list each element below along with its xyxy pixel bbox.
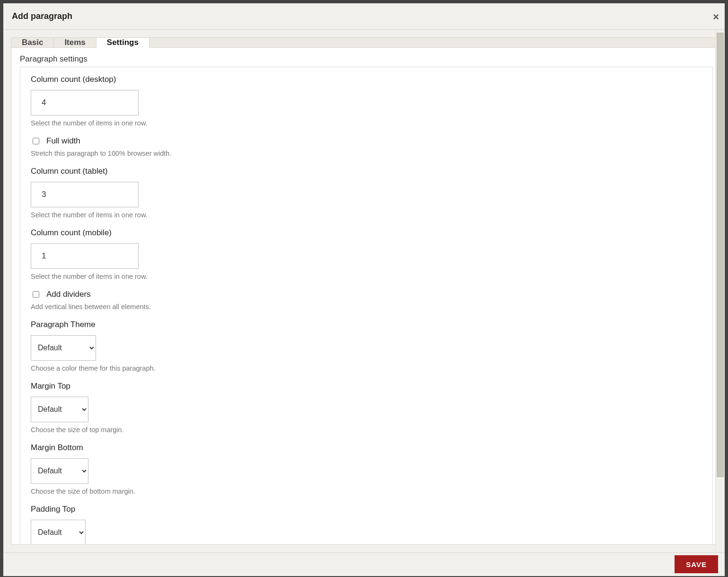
label-column-count-desktop: Column count (desktop) — [31, 75, 702, 84]
scrollbar-track[interactable] — [716, 33, 725, 550]
tab-bar: Basic Items Settings — [11, 38, 721, 48]
help-margin-top: Choose the size of top margin. — [31, 426, 702, 434]
scrollbar[interactable]: ▲ ▼ — [715, 30, 725, 552]
help-column-count-desktop: Select the number of items in one row. — [31, 119, 702, 127]
help-margin-bottom: Choose the size of bottom margin. — [31, 488, 702, 495]
label-column-count-tablet: Column count (tablet) — [31, 167, 702, 176]
label-add-dividers: Add dividers — [46, 290, 91, 299]
select-paragraph-theme[interactable]: Default — [31, 335, 96, 361]
checkbox-add-dividers[interactable] — [33, 291, 39, 298]
label-padding-top: Padding Top — [31, 505, 702, 514]
select-margin-bottom[interactable]: Default — [31, 458, 88, 484]
input-column-count-mobile[interactable] — [31, 243, 139, 269]
help-add-dividers: Add vertical lines between all elements. — [31, 303, 702, 311]
tab-basic[interactable]: Basic — [11, 38, 54, 47]
checkbox-full-width[interactable] — [33, 138, 39, 144]
checkbox-row-full-width[interactable]: Full width — [31, 136, 702, 146]
label-paragraph-theme: Paragraph Theme — [31, 320, 702, 329]
settings-fieldset: Column count (desktop) Select the number… — [20, 67, 713, 545]
checkbox-row-add-dividers[interactable]: Add dividers — [31, 290, 702, 299]
scrollbar-thumb[interactable] — [717, 33, 724, 477]
label-margin-top: Margin Top — [31, 382, 702, 391]
section-title: Paragraph settings — [11, 48, 721, 67]
save-button[interactable]: SAVE — [675, 555, 718, 573]
tab-panel: Basic Items Settings Paragraph settings … — [11, 37, 722, 545]
field-add-dividers: Add dividers Add vertical lines between … — [31, 290, 702, 311]
tab-items[interactable]: Items — [54, 38, 96, 47]
close-icon[interactable]: × — [713, 12, 719, 22]
field-margin-top: Margin Top Default Choose the size of to… — [31, 382, 702, 434]
field-full-width: Full width Stretch this paragraph to 100… — [31, 136, 702, 157]
select-margin-top[interactable]: Default — [31, 397, 88, 422]
tab-settings[interactable]: Settings — [96, 38, 149, 48]
scrollbar-down-icon[interactable]: ▼ — [716, 550, 725, 552]
help-paragraph-theme: Choose a color theme for this paragraph. — [31, 364, 702, 372]
dialog-body: Basic Items Settings Paragraph settings … — [3, 30, 725, 552]
label-full-width: Full width — [46, 136, 80, 146]
dialog-add-paragraph: Add paragraph × Basic Items Settings Par… — [3, 3, 725, 577]
help-full-width: Stretch this paragraph to 100% browser w… — [31, 150, 702, 157]
field-paragraph-theme: Paragraph Theme Default Choose a color t… — [31, 320, 702, 372]
label-margin-bottom: Margin Bottom — [31, 443, 702, 453]
input-column-count-desktop[interactable] — [31, 90, 139, 115]
dialog-header: Add paragraph × — [3, 3, 725, 30]
dialog-title: Add paragraph — [12, 11, 72, 21]
label-column-count-mobile: Column count (mobile) — [31, 228, 702, 238]
select-padding-top[interactable]: Default — [31, 520, 86, 545]
help-column-count-mobile: Select the number of items in one row. — [31, 273, 702, 280]
field-column-count-mobile: Column count (mobile) Select the number … — [31, 228, 702, 280]
input-column-count-tablet[interactable] — [31, 182, 139, 207]
field-margin-bottom: Margin Bottom Default Choose the size of… — [31, 443, 702, 495]
help-column-count-tablet: Select the number of items in one row. — [31, 211, 702, 219]
field-column-count-tablet: Column count (tablet) Select the number … — [31, 167, 702, 219]
dialog-footer: SAVE — [3, 552, 725, 576]
field-column-count-desktop: Column count (desktop) Select the number… — [31, 75, 702, 127]
field-padding-top: Padding Top Default Choose the size of t… — [31, 505, 702, 545]
